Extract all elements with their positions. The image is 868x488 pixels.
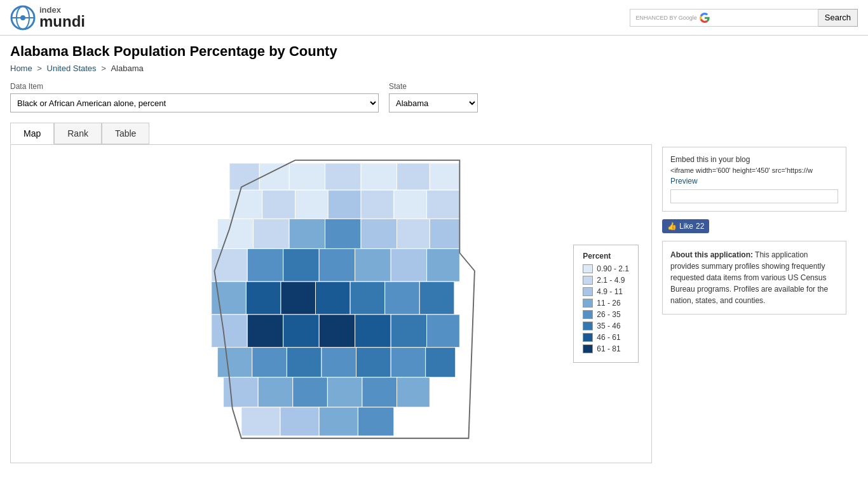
svg-rect-62	[358, 407, 393, 436]
header: index mundi ENHANCED BY Google Search	[0, 0, 868, 36]
svg-rect-61	[319, 407, 358, 436]
svg-rect-36	[350, 281, 385, 315]
legend-color-4	[583, 299, 593, 308]
tab-rank[interactable]: Rank	[54, 123, 102, 144]
like-label: Like	[679, 222, 693, 231]
svg-rect-53	[224, 377, 259, 407]
svg-rect-39	[212, 315, 247, 348]
breadcrumb: Home > United States > Alabama	[10, 64, 858, 73]
svg-rect-17	[427, 190, 460, 219]
svg-rect-5	[325, 163, 361, 190]
svg-rect-60	[280, 407, 319, 436]
map-legend: Percent 0.90 - 2.1 2.1 - 4.9 4.9 - 11	[573, 245, 639, 363]
legend-item-8: 61 - 81	[583, 344, 629, 353]
svg-rect-44	[391, 315, 426, 348]
about-title: About this application:	[670, 250, 753, 259]
embed-code: <iframe width='600' height='450' src='ht…	[670, 166, 838, 174]
svg-rect-9	[259, 163, 289, 190]
svg-rect-16	[394, 190, 427, 219]
embed-title: Embed this in your blog	[670, 155, 838, 164]
svg-rect-28	[319, 248, 355, 281]
data-item-select[interactable]: Black or African American alone, percent	[10, 93, 379, 112]
svg-rect-6	[361, 163, 397, 190]
embed-input[interactable]	[670, 189, 838, 203]
svg-rect-19	[254, 219, 289, 248]
svg-rect-7	[397, 163, 430, 190]
svg-rect-54	[258, 377, 293, 407]
svg-rect-59	[241, 407, 280, 436]
svg-rect-34	[281, 281, 316, 315]
legend-color-7	[583, 333, 593, 342]
svg-rect-50	[356, 348, 391, 377]
legend-color-5	[583, 310, 593, 319]
legend-range-8: 61 - 81	[597, 344, 620, 353]
form-area: Data Item Black or African American alon…	[10, 82, 858, 112]
svg-rect-26	[247, 248, 283, 281]
google-g-icon	[700, 13, 710, 23]
fb-like-button[interactable]: 👍 Like 22	[662, 219, 709, 233]
svg-rect-45	[427, 315, 460, 348]
breadcrumb-state[interactable]: United States	[47, 64, 97, 73]
svg-rect-41	[283, 315, 319, 348]
svg-rect-42	[319, 315, 355, 348]
legend-color-1	[583, 264, 593, 273]
legend-range-7: 46 - 61	[597, 333, 620, 342]
legend-range-5: 26 - 35	[597, 310, 620, 319]
search-input[interactable]	[711, 13, 813, 22]
legend-item-4: 11 - 26	[583, 299, 629, 308]
breadcrumb-home[interactable]: Home	[10, 64, 32, 73]
about-box: About this application: This application…	[662, 241, 846, 315]
search-area: ENHANCED BY Google Search	[630, 9, 858, 27]
legend-range-4: 11 - 26	[597, 299, 620, 308]
svg-rect-48	[287, 348, 322, 377]
svg-rect-40	[247, 315, 283, 348]
state-label: State	[389, 82, 478, 91]
alabama-map	[109, 151, 553, 456]
svg-rect-14	[328, 190, 361, 219]
legend-color-6	[583, 322, 593, 330]
svg-rect-57	[362, 377, 397, 407]
svg-rect-38	[419, 281, 454, 315]
page-title: Alabama Black Population Percentage by C…	[10, 43, 858, 60]
svg-rect-27	[283, 248, 319, 281]
legend-item-6: 35 - 46	[583, 322, 629, 330]
tab-table[interactable]: Table	[102, 123, 149, 144]
sidebar: Embed this in your blog <iframe width='6…	[662, 144, 846, 315]
svg-rect-49	[322, 348, 356, 377]
state-select[interactable]: Alabama Alaska Arizona Arkansas Californ…	[389, 93, 478, 112]
svg-rect-13	[295, 190, 329, 219]
enhanced-by-label: ENHANCED BY Google	[635, 15, 696, 21]
legend-range-6: 35 - 46	[597, 322, 620, 330]
legend-item-2: 2.1 - 4.9	[583, 276, 629, 285]
like-button-area: 👍 Like 22	[662, 219, 846, 233]
data-item-label: Data Item	[10, 82, 379, 91]
svg-rect-11	[229, 190, 262, 219]
main-content: Alabama Black Population Percentage by C…	[0, 36, 868, 471]
svg-rect-51	[391, 348, 426, 377]
search-button[interactable]: Search	[818, 9, 858, 27]
logo-area[interactable]: index mundi	[10, 5, 85, 30]
embed-box: Embed this in your blog <iframe width='6…	[662, 147, 846, 212]
tab-map[interactable]: Map	[10, 123, 54, 144]
svg-rect-20	[289, 219, 325, 248]
logo-icon	[10, 5, 36, 30]
preview-link[interactable]: Preview	[670, 177, 698, 186]
legend-color-8	[583, 344, 593, 353]
svg-rect-4	[289, 163, 325, 190]
legend-item-5: 26 - 35	[583, 310, 629, 319]
legend-item-3: 4.9 - 11	[583, 287, 629, 296]
legend-title: Percent	[583, 252, 629, 261]
svg-rect-23	[397, 219, 430, 248]
svg-rect-52	[426, 348, 456, 377]
svg-rect-46	[217, 348, 252, 377]
svg-rect-18	[217, 219, 253, 248]
logo-text-area: index mundi	[39, 6, 85, 29]
svg-rect-22	[361, 219, 397, 248]
legend-color-3	[583, 287, 593, 296]
map-container: Percent 0.90 - 2.1 2.1 - 4.9 4.9 - 11	[10, 144, 652, 463]
svg-rect-55	[293, 377, 328, 407]
svg-rect-58	[397, 377, 430, 407]
svg-rect-33	[246, 281, 281, 315]
logo-mundi-text: mundi	[39, 14, 85, 29]
svg-rect-21	[325, 219, 361, 248]
